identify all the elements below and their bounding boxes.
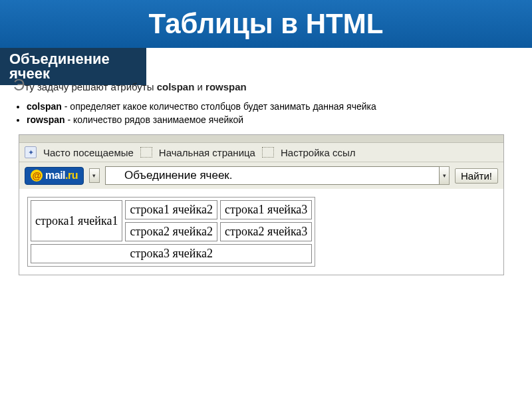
search-input[interactable] [105,166,440,185]
table-cell: строка2 ячейка3 [220,222,312,241]
bullet-list: colspan - определяет какое количество ст… [27,101,519,125]
intro-keyword-rowspan: rowspan [205,81,247,92]
table-cell: строка1 ячейка1 [31,200,122,241]
mailru-logo-ru: .ru [65,170,78,182]
table-row: строка3 ячейка2 [31,244,312,263]
page-title: Таблицы в HTML [0,0,532,48]
bookmark-customize-links[interactable]: Настройка ссыл [281,147,356,158]
engine-dropdown[interactable]: ▾ [89,168,100,183]
intro-and: и [194,81,205,92]
table-cell: строка2 ячейка2 [125,222,217,241]
browser-tabbar [19,135,503,143]
bookmark-page-icon [262,147,274,158]
search-history-dropdown[interactable]: ▾ [439,166,450,185]
bookmark-folder-icon: ✦ [25,146,37,158]
bookmark-frequently-visited[interactable]: Часто посещаемые [43,147,134,158]
table-cell: строка1 ячейка2 [125,200,217,219]
intro-dropcap: Э [13,76,25,94]
list-item: rowspan - количество рядов занимаемое яч… [27,114,519,125]
bullet-desc: - количество рядов занимаемое ячейкой [65,114,244,125]
bookmark-start-page[interactable]: Начальная страница [159,147,255,158]
search-toolbar: @ mail.ru ▾ @ ▾ Найти! [19,162,503,189]
browser-window: ✦ Часто посещаемые Начальная страница На… [19,134,504,275]
intro-body: ту задачу решают атрибуты [25,81,156,92]
table-cell: строка1 ячейка3 [220,200,312,219]
intro-keyword-colspan: colspan [157,81,195,92]
mailru-logo-mail: mail [45,170,65,182]
bookmark-page-icon [140,147,152,158]
bullet-keyword: rowspan [27,114,65,125]
at-sign-icon: @ [31,170,43,182]
bookmarks-bar: ✦ Часто посещаемые Начальная страница На… [19,143,503,162]
search-field-wrap: @ ▾ [105,166,450,185]
list-item: colspan - определяет какое количество ст… [27,101,519,112]
table-row: строка1 ячейка1 строка1 ячейка2 строка1 … [31,200,312,219]
find-button[interactable]: Найти! [455,168,498,184]
browser-content: строка1 ячейка1 строка1 ячейка2 строка1 … [19,189,503,275]
table-cell: строка3 ячейка2 [31,244,312,263]
mailru-logo[interactable]: @ mail.ru [25,167,84,185]
demo-table: строка1 ячейка1 строка1 ячейка2 строка1 … [27,197,315,267]
intro-text: Эту задачу решают атрибуты colspan и row… [13,76,519,94]
bullet-keyword: colspan [27,101,62,112]
bullet-desc: - определяет какое количество столбцов б… [62,101,376,112]
